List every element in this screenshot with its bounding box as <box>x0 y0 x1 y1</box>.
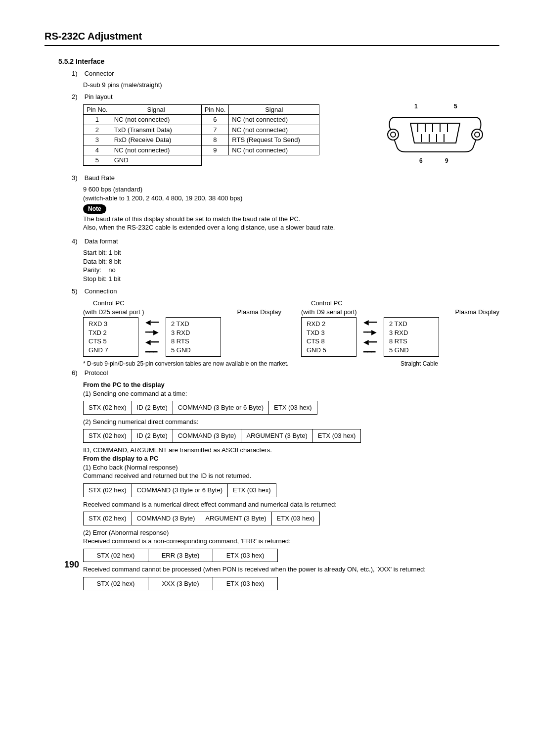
db9-connector-icon: 1 5 6 9 <box>376 102 490 169</box>
svg-point-2 <box>391 132 396 137</box>
conn-line: 2 TXD <box>389 320 434 329</box>
page-number: 190 <box>64 559 79 570</box>
pin-cell: 7 <box>201 125 229 135</box>
proto-recv-num: Received command is a numerical direct e… <box>83 500 499 509</box>
item-num: 6) <box>72 369 83 378</box>
proto-cell: ERR (3 Byte) <box>148 549 213 562</box>
proto-cell: COMMAND (3 Byte) <box>173 429 241 443</box>
pin-cell: RxD (Receive Data) <box>111 135 201 145</box>
proto-cell: ID (2 Byte) <box>132 429 173 443</box>
conn-line: GND 5 <box>307 346 351 355</box>
proto-table-4: STX (02 hex) COMMAND (3 Byte) ARGUMENT (… <box>83 512 320 525</box>
proto-echo: (1) Echo back (Normal response) <box>83 463 499 472</box>
item-label: Connector <box>85 70 114 77</box>
proto-cell: COMMAND (3 Byte or 6 Byte) <box>173 401 268 415</box>
arrow-icons: ◀━━ ━━▶ ◀━━ ━━━ <box>145 319 159 355</box>
conn-line: 2 TXD <box>171 320 216 329</box>
df-s3: Parity: no <box>83 266 499 275</box>
baud-sub2: (switch-able to 1 200, 2 400, 4 800, 19 … <box>83 194 499 203</box>
conn-line: RXD 3 <box>89 320 133 329</box>
pin-cell: 2 <box>84 125 111 135</box>
proto-echo-sub: Command received and returned but the ID… <box>83 472 499 480</box>
proto-table-6: STX (02 hex) XXX (3 Byte) ETX (03 hex) <box>83 577 278 591</box>
conn-line: 8 RTS <box>389 337 434 346</box>
proto-err-sub: Received command is a non-corresponding … <box>83 537 499 546</box>
conn-line: CTS 8 <box>307 337 351 346</box>
pin-h1: Pin No. <box>84 104 111 115</box>
pin-table: Pin No. Signal Pin No. Signal 1NC (not c… <box>83 104 319 166</box>
pin-h2: Signal <box>111 104 201 115</box>
arrow-left-icon: ◀━━ <box>145 319 159 326</box>
conn-line: 8 RTS <box>171 337 216 346</box>
conn-line: TXD 2 <box>89 329 133 337</box>
proto-cell: STX (02 hex) <box>84 549 148 562</box>
conn-sub-right: (with D9 serial port) <box>301 308 357 317</box>
proto-xxx: Received command cannot be processed (wh… <box>83 565 499 574</box>
title-rule <box>44 45 499 46</box>
arrow-right-icon: ━━▶ <box>145 329 159 335</box>
svg-point-3 <box>475 132 480 137</box>
pin-label-6: 6 <box>419 157 423 164</box>
conn-box-plasma: 2 TXD 3 RXD 8 RTS 5 GND <box>384 317 439 357</box>
proto-from-disp: From the display to a PC <box>83 454 499 463</box>
pin-h3: Pin No. <box>201 104 229 115</box>
item-num: 1) <box>72 69 83 78</box>
pin-cell: 9 <box>201 145 229 155</box>
item-protocol: 6) Protocol <box>72 369 499 378</box>
proto-cell: COMMAND (3 Byte) <box>132 512 200 525</box>
note-badge: Note <box>83 204 106 213</box>
line-icon: ━━━ <box>145 348 159 355</box>
conn-line: GND 7 <box>89 346 133 355</box>
pin-cell: 8 <box>201 135 229 145</box>
item-label: Connection <box>85 287 117 295</box>
conn-line: CTS 5 <box>89 337 133 346</box>
conn-title-left: Control PC <box>93 299 281 308</box>
pin-cell: NC (not connected) <box>229 125 319 135</box>
proto-ascii: ID, COMMAND, ARGUMENT are transmitted as… <box>83 446 499 455</box>
proto-cell: STX (02 hex) <box>84 483 132 497</box>
item-label: Protocol <box>85 369 108 377</box>
section-heading: 5.5.2 Interface <box>58 57 499 66</box>
conn-box-pc-d25: RXD 3 TXD 2 CTS 5 GND 7 <box>83 317 138 357</box>
pin-cell: 4 <box>84 145 111 155</box>
item-label: Baud Rate <box>85 174 115 182</box>
item-connection: 5) Connection <box>72 287 499 296</box>
pin-cell: 6 <box>201 115 229 125</box>
proto-cell: XXX (3 Byte) <box>148 577 213 590</box>
conn-line: 5 GND <box>171 346 216 355</box>
line-icon: ━━━ <box>363 348 377 355</box>
arrow-left-icon: ◀━━ <box>363 338 377 345</box>
item-label: Data format <box>85 237 118 245</box>
conn-pd-left: Plasma Display <box>237 308 281 317</box>
arrow-left-icon: ◀━━ <box>145 338 159 345</box>
conn-title-right: Control PC <box>311 299 499 308</box>
pin-cell: TxD (Transmit Data) <box>111 125 201 135</box>
conn-line: 3 RXD <box>389 329 434 337</box>
proto-table-5: STX (02 hex) ERR (3 Byte) ETX (03 hex) <box>83 549 278 563</box>
item-dataformat: 4) Data format <box>72 237 499 246</box>
df-s2: Data bit: 8 bit <box>83 257 499 266</box>
pin-cell: 3 <box>84 135 111 145</box>
item-baud: 3) Baud Rate <box>72 174 499 183</box>
proto-cell: ETX (03 hex) <box>271 512 320 525</box>
conn-line: 3 RXD <box>171 329 216 337</box>
proto-cell: ETX (03 hex) <box>312 429 361 443</box>
pin-cell: 5 <box>84 155 111 166</box>
arrow-left-icon: ◀━━ <box>363 319 377 326</box>
proto-cell: ARGUMENT (3 Byte) <box>200 512 271 525</box>
pin-label-5: 5 <box>454 103 457 110</box>
proto-from-pc: From the PC to the display <box>83 380 499 389</box>
pin-label-9: 9 <box>445 157 448 164</box>
item-num: 3) <box>72 174 83 183</box>
pin-cell: NC (not connected) <box>229 145 319 155</box>
conn-sub-left: (with D25 serial port ) <box>83 308 144 317</box>
proto-cell: STX (02 hex) <box>84 429 132 443</box>
item-num: 4) <box>72 237 83 246</box>
arrow-icons: ◀━━ ━━▶ ◀━━ ━━━ <box>363 319 377 355</box>
note-line2: Also, when the RS-232C cable is extended… <box>83 223 499 232</box>
proto-cell: ETX (03 hex) <box>227 483 276 497</box>
pin-label-1: 1 <box>414 103 418 110</box>
pin-cell: GND <box>111 155 201 166</box>
conn-box-plasma: 2 TXD 3 RXD 8 RTS 5 GND <box>166 317 221 357</box>
straight-cable-label: Straight Cable <box>400 360 499 368</box>
